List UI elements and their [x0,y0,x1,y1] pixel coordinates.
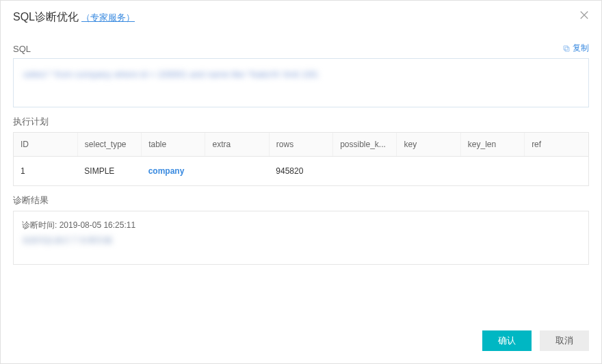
exec-plan-table: ID select_type table extra rows possible… [14,133,588,186]
sql-section-header: SQL 复制 [13,42,589,54]
cancel-button[interactable]: 取消 [540,330,589,351]
col-ref: ref [525,133,588,157]
expert-service-link[interactable]: （专家服务） [81,12,135,24]
ok-button[interactable]: 确认 [482,330,532,351]
modal-header: SQL诊断优化 （专家服务） [1,1,601,31]
sql-label: SQL [13,44,31,54]
close-icon [578,9,590,21]
col-table: table [142,133,205,157]
col-id: ID [14,133,77,157]
diag-time-prefix: 诊断时间: [22,220,57,230]
cell-id: 1 [14,157,77,186]
modal-body: SQL 复制 select * from company where id = … [1,31,601,320]
diag-result-header: 诊断结果 [13,194,589,207]
svg-rect-0 [565,47,569,51]
cell-table-link[interactable]: company [142,157,205,186]
copy-label: 复制 [573,42,589,54]
table-header-row: ID select_type table extra rows possible… [14,133,588,157]
copy-icon [562,44,571,53]
diag-result-box: 诊断时间: 2019-08-05 16:25:11 当前SQL执行了全表扫描 [13,211,589,265]
modal-title: SQL诊断优化 [13,10,79,25]
sql-content-box: select * from company where id = 100001 … [13,58,589,107]
diag-result-label: 诊断结果 [13,194,49,207]
col-key-len: key_len [460,133,524,157]
table-row: 1 SIMPLE company 945820 [14,157,588,186]
exec-plan-header: 执行计划 [13,116,589,128]
exec-plan-table-wrap: ID select_type table extra rows possible… [13,132,589,186]
sql-content: select * from company where id = 100001 … [23,67,319,82]
exec-plan-label: 执行计划 [13,116,49,128]
svg-rect-1 [564,46,568,50]
cell-key-len [460,157,524,186]
cell-ref [525,157,588,186]
cell-key [397,157,460,186]
cell-select-type: SIMPLE [77,157,141,186]
sql-diagnosis-modal: SQL诊断优化 （专家服务） SQL 复制 select * from comp… [0,0,602,364]
col-rows: rows [269,133,332,157]
cell-possible-keys [333,157,397,186]
cell-extra [205,157,269,186]
diag-body: 当前SQL执行了全表扫描 [22,233,112,248]
col-key: key [397,133,460,157]
copy-button[interactable]: 复制 [562,42,589,54]
col-possible-keys: possible_k... [333,133,397,157]
close-button[interactable] [578,9,590,23]
col-extra: extra [205,133,269,157]
modal-footer: 确认 取消 [1,320,601,363]
col-select-type: select_type [77,133,141,157]
diag-time: 2019-08-05 16:25:11 [60,220,135,230]
cell-rows: 945820 [269,157,332,186]
